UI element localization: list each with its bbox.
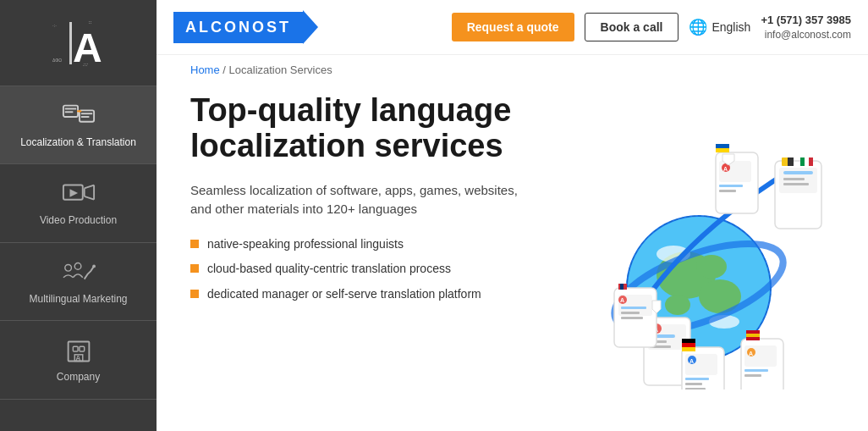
brand-name-box: ALCONOST <box>173 12 303 43</box>
feature-text-2: cloud-based quality-centric translation … <box>207 261 451 278</box>
svg-rect-97 <box>719 190 736 192</box>
svg-rect-72 <box>682 339 695 343</box>
svg-rect-84 <box>746 337 760 340</box>
svg-rect-83 <box>746 334 760 337</box>
svg-rect-42 <box>783 183 809 185</box>
video-icon <box>62 180 96 209</box>
svg-rect-92 <box>716 148 729 152</box>
request-quote-button[interactable]: Request a quote <box>452 13 574 41</box>
svg-point-32 <box>665 295 690 315</box>
brand-logo: ALCONOST <box>173 10 318 44</box>
feature-text-3: dedicated manager or self-serve translat… <box>207 286 481 303</box>
svg-text:ΔΦΩ: ΔΦΩ <box>52 58 62 63</box>
feature-item-1: native-speaking professional linguists <box>190 236 530 253</box>
svg-rect-8 <box>64 111 73 113</box>
bullet-icon-2 <box>190 264 199 273</box>
bullet-icon-1 <box>190 240 199 248</box>
main-subtext: Seamless localization of software, apps,… <box>190 181 530 219</box>
sidebar-item-video[interactable]: Video Production <box>0 164 157 242</box>
hero-illustration: A A <box>547 93 834 414</box>
language-label: English <box>711 20 750 34</box>
svg-text:∷: ∷ <box>89 19 91 25</box>
breadcrumb-separator: / <box>222 64 226 76</box>
svg-line-16 <box>84 185 93 188</box>
content-area: Home / Localization Services Top-quality… <box>157 55 868 431</box>
svg-rect-45 <box>800 157 805 166</box>
svg-text:A: A <box>723 166 728 172</box>
svg-line-17 <box>84 196 93 200</box>
contact-email: info@alconost.com <box>765 28 851 42</box>
main-heading: Top-quality language localization servic… <box>190 93 530 164</box>
brand-arrow <box>303 10 318 44</box>
sidebar-label-marketing: Multilingual Marketing <box>29 293 127 305</box>
content-body: Top-quality language localization servic… <box>157 85 868 431</box>
svg-text:A: A <box>620 297 624 303</box>
svg-rect-44 <box>788 157 794 166</box>
sidebar-label-video: Video Production <box>40 214 117 226</box>
svg-rect-74 <box>682 347 695 351</box>
svg-rect-78 <box>685 378 709 380</box>
svg-text:A: A <box>75 354 80 362</box>
company-icon: A <box>62 336 96 366</box>
brand-name: ALCONOST <box>185 19 291 36</box>
svg-rect-65 <box>620 284 624 290</box>
svg-rect-24 <box>73 346 78 351</box>
marketing-icon <box>62 258 96 288</box>
bullet-icon-3 <box>190 290 199 298</box>
svg-rect-68 <box>621 307 646 309</box>
feature-text-1: native-speaking professional linguists <box>207 236 404 253</box>
localization-icon <box>62 102 96 131</box>
svg-point-33 <box>696 255 727 279</box>
svg-rect-47 <box>809 157 813 166</box>
svg-rect-46 <box>805 157 809 166</box>
sidebar-item-company[interactable]: A Company <box>0 321 157 399</box>
language-selector[interactable]: 🌐 English <box>689 18 750 36</box>
svg-text:A: A <box>749 351 753 356</box>
svg-point-22 <box>92 265 96 268</box>
svg-text:·:·: ·:· <box>52 23 57 28</box>
svg-text:A: A <box>73 25 102 70</box>
svg-rect-4 <box>69 22 72 64</box>
contact-info: +1 (571) 357 3985 info@alconost.com <box>761 13 851 42</box>
header: ALCONOST Request a quote Book a call 🌐 E… <box>157 0 868 55</box>
svg-rect-9 <box>79 110 93 121</box>
svg-rect-89 <box>744 374 761 377</box>
svg-point-21 <box>74 263 81 270</box>
svg-rect-6 <box>63 105 77 116</box>
logo-icon: ·:· ∷ ΔΦΩ ∴∵ A <box>51 15 106 70</box>
svg-rect-10 <box>80 113 91 114</box>
svg-text:A: A <box>689 358 694 364</box>
breadcrumb-home[interactable]: Home <box>190 64 220 76</box>
svg-rect-82 <box>746 330 760 334</box>
sidebar: ·:· ∷ ΔΦΩ ∴∵ A Localization & T <box>0 0 157 431</box>
svg-rect-96 <box>719 185 743 187</box>
text-section: Top-quality language localization servic… <box>190 93 530 414</box>
svg-rect-7 <box>64 108 75 109</box>
svg-rect-88 <box>744 369 768 372</box>
sidebar-item-localization[interactable]: Localization & Translation <box>0 86 157 164</box>
sidebar-label-company: Company <box>57 371 100 383</box>
svg-rect-73 <box>682 343 695 347</box>
main-area: ALCONOST Request a quote Book a call 🌐 E… <box>157 0 868 431</box>
feature-item-3: dedicated manager or self-serve translat… <box>190 286 530 303</box>
svg-rect-70 <box>621 317 643 319</box>
contact-phone: +1 (571) 357 3985 <box>761 13 851 28</box>
svg-rect-11 <box>80 116 89 118</box>
globe-icon: 🌐 <box>689 18 707 36</box>
sidebar-item-marketing[interactable]: Multilingual Marketing <box>0 243 157 321</box>
breadcrumb-current: Localization Services <box>229 64 332 76</box>
svg-rect-41 <box>783 178 805 180</box>
sidebar-label-localization: Localization & Translation <box>20 136 136 148</box>
book-call-button[interactable]: Book a call <box>585 13 679 41</box>
svg-rect-79 <box>685 383 702 385</box>
svg-rect-80 <box>685 388 706 390</box>
breadcrumb: Home / Localization Services <box>157 55 868 85</box>
feature-list: native-speaking professional linguists c… <box>190 236 530 303</box>
feature-item-2: cloud-based quality-centric translation … <box>190 261 530 278</box>
sidebar-logo: ·:· ∷ ΔΦΩ ∴∵ A <box>0 0 157 86</box>
svg-rect-69 <box>621 312 640 314</box>
svg-point-20 <box>64 265 71 272</box>
globe-svg: A A <box>547 119 834 390</box>
svg-rect-40 <box>783 171 813 174</box>
svg-rect-25 <box>79 346 84 351</box>
